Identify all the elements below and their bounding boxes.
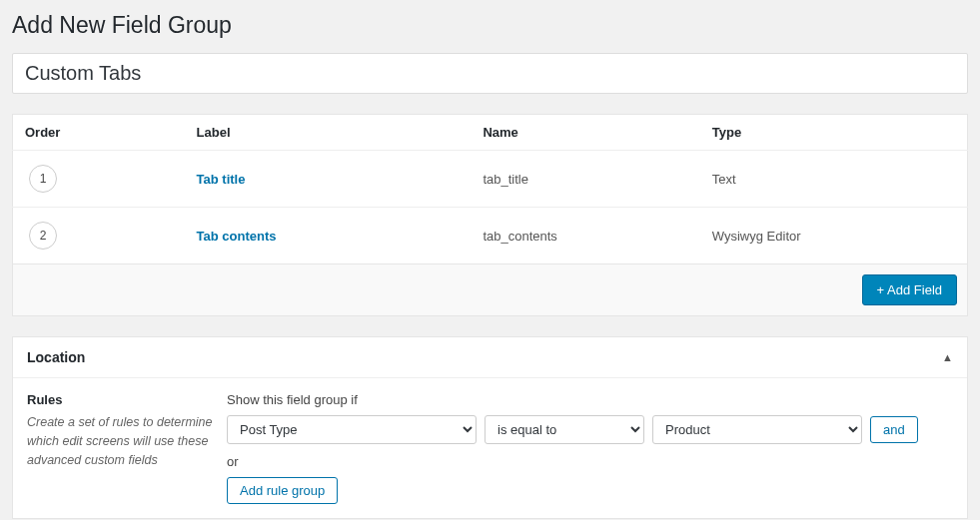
order-badge[interactable]: 2 [29, 222, 57, 250]
rule-value-select[interactable]: Product [652, 415, 862, 444]
or-label: or [227, 454, 953, 469]
field-name-cell: tab_title [471, 151, 699, 208]
page-title: Add New Field Group [12, 12, 968, 39]
header-name: Name [471, 115, 699, 151]
location-panel-header[interactable]: Location ▲ [13, 337, 967, 378]
table-header-row: Order Label Name Type [13, 115, 968, 151]
rules-description: Create a set of rules to determine which… [27, 413, 217, 469]
location-panel: Location ▲ Rules Create a set of rules t… [12, 336, 968, 519]
location-panel-title: Location [27, 349, 85, 365]
fields-table-footer: + Add Field [12, 264, 968, 316]
rule-param-select[interactable]: Post Type [227, 415, 477, 444]
table-row[interactable]: 2 Tab contents tab_contents Wysiwyg Edit… [13, 208, 968, 264]
and-button[interactable]: and [870, 416, 918, 443]
add-rule-group-button[interactable]: Add rule group [227, 477, 338, 504]
field-type-cell: Wysiwyg Editor [700, 208, 968, 264]
rules-sidebar: Rules Create a set of rules to determine… [27, 392, 227, 504]
fields-table: Order Label Name Type 1 Tab title tab_ti… [12, 114, 968, 264]
header-type: Type [700, 115, 968, 151]
rule-operator-select[interactable]: is equal to [485, 415, 644, 444]
order-badge[interactable]: 1 [29, 165, 57, 193]
field-label-link[interactable]: Tab title [197, 172, 246, 187]
rule-row: Post Type is equal to Product and [227, 415, 953, 444]
field-label-link[interactable]: Tab contents [197, 229, 277, 244]
rules-heading: Rules [27, 392, 217, 407]
field-type-cell: Text [700, 151, 968, 208]
header-label: Label [185, 115, 472, 151]
rules-editor: Show this field group if Post Type is eq… [227, 392, 953, 504]
add-field-button[interactable]: + Add Field [862, 274, 957, 305]
table-row[interactable]: 1 Tab title tab_title Text [13, 151, 968, 208]
show-if-label: Show this field group if [227, 392, 953, 407]
collapse-icon: ▲ [942, 351, 953, 363]
field-group-title-input[interactable] [12, 53, 968, 94]
header-order: Order [13, 115, 185, 151]
field-name-cell: tab_contents [471, 208, 699, 264]
